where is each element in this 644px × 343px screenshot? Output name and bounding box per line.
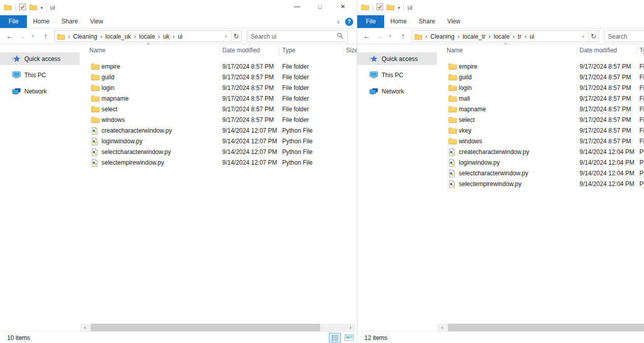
refresh-icon[interactable]: ↻ [588,31,598,42]
back-button[interactable]: ← [4,28,15,44]
search-icon[interactable] [337,33,344,41]
recent-locations-dropdown-icon[interactable]: ∨ [29,28,37,44]
ribbon-tab[interactable]: Home [384,15,413,28]
horizontal-scrollbar[interactable]: ‹ › [80,324,355,331]
breadcrumb-segment[interactable]: ›locale_tr [454,33,485,40]
sidebar-item[interactable]: This PC [0,69,80,81]
file-row[interactable]: login 9/17/2024 8:57 PM File folder [80,83,355,93]
column-divider[interactable] [577,46,577,55]
file-row[interactable]: selectcharacterwindow.py 9/14/2024 12:04… [437,168,644,179]
file-row[interactable]: mapname 9/17/2024 8:57 PM File folder [437,104,644,115]
file-row[interactable]: windows 9/17/2024 8:57 PM File folder [80,115,355,126]
ribbon-tab[interactable]: File [0,15,27,28]
up-button[interactable]: ↑ [398,28,408,44]
properties-check-icon[interactable] [19,4,26,12]
file-row[interactable]: select 9/17/2024 8:57 PM File folder [437,115,644,126]
breadcrumb-segment[interactable]: ›Cleaning [422,33,454,40]
horizontal-scrollbar[interactable]: ‹ › [437,324,644,331]
sidebar-item[interactable]: This PC [357,69,437,81]
breadcrumb-segment[interactable]: ›locale_uk [97,33,131,40]
file-row[interactable]: select 9/17/2024 8:57 PM File folder [80,104,355,115]
recent-locations-dropdown-icon[interactable]: ∨ [387,28,394,44]
file-row[interactable]: guild 9/17/2024 8:57 PM File folder [80,72,355,83]
qat-customize-dropdown-icon[interactable]: ▾ [41,6,43,10]
column-header[interactable]: Type [639,47,644,54]
breadcrumb-segment[interactable]: ›locale [486,33,510,40]
address-bar[interactable]: ›Cleaning›locale_tr›locale›tr›ui ∨ ↻ [412,30,599,42]
ribbon-tab[interactable]: Share [55,15,84,28]
large-icons-view-icon[interactable] [343,333,355,342]
column-divider[interactable] [279,46,280,55]
sidebar-item[interactable]: Quick access [357,52,437,65]
ribbon-tab[interactable]: View [441,15,466,28]
file-row[interactable]: windows 9/17/2024 8:57 PM File folder [437,136,644,147]
scrollbar-thumb[interactable] [91,324,320,331]
file-row[interactable]: createcharacterwindow.py 9/14/2024 12:04… [437,147,644,158]
file-row[interactable]: empire 9/17/2024 8:57 PM File folder [80,61,355,72]
minimize-button[interactable]: — [286,0,309,14]
breadcrumb-segment[interactable]: ›ui [521,33,534,40]
search-input[interactable] [251,33,337,40]
search-input[interactable] [608,33,644,40]
ribbon-tab[interactable]: View [84,15,109,28]
file-date-modified: 9/14/2024 12:04 PM [580,148,634,155]
file-row[interactable]: login 9/17/2024 8:57 PM File folder [437,83,644,93]
column-divider[interactable] [219,46,220,55]
address-dropdown-icon[interactable]: ∨ [221,31,231,42]
breadcrumb-segment[interactable]: ›uk [155,33,170,40]
back-button[interactable]: ← [361,28,372,44]
refresh-icon[interactable]: ↻ [231,31,241,42]
file-row[interactable]: empire 9/17/2024 8:57 PM File folder [437,61,644,72]
ribbon-tab[interactable]: File [357,15,384,28]
breadcrumb-segment[interactable]: ›locale [131,33,155,40]
column-header[interactable]: Name [89,47,106,54]
ribbon-tab[interactable]: Share [413,15,441,28]
sidebar-item[interactable]: Network [357,85,437,98]
sidebar-item[interactable]: Quick access [0,52,80,65]
file-row[interactable]: mapname 9/17/2024 8:57 PM File folder [80,93,355,104]
address-bar[interactable]: ›Cleaning›locale_uk›locale›uk›ui ∨ ↻ [54,30,242,42]
file-row[interactable]: vkey 9/17/2024 8:57 PM File folder [437,126,644,136]
forward-button[interactable]: → [375,28,385,44]
column-header[interactable]: Type [282,47,295,54]
file-row[interactable]: selectcharacterwindow.py 9/14/2024 12:07… [80,147,355,158]
breadcrumb-segment[interactable]: ›tr [510,33,521,40]
qat-customize-dropdown-icon[interactable]: ▾ [398,6,400,10]
address-dropdown-icon[interactable]: ∨ [579,31,588,42]
file-row[interactable]: mall 9/17/2024 8:57 PM File folder [437,93,644,104]
file-row[interactable]: loginwindow.py 9/14/2024 12:07 PM Python… [80,136,355,147]
scroll-left-icon[interactable]: ‹ [438,324,446,331]
maximize-button[interactable]: □ [309,0,331,14]
column-header[interactable]: Size [346,47,358,54]
new-folder-icon[interactable] [29,4,37,12]
file-date-modified: 9/17/2024 8:57 PM [580,63,631,70]
scrollbar-thumb[interactable] [448,324,644,331]
file-row[interactable]: selectempirewindow.py 9/14/2024 12:07 PM… [80,158,355,168]
ribbon-tab[interactable]: Home [27,15,55,28]
up-button[interactable]: ↑ [41,28,51,44]
properties-check-icon[interactable] [377,4,383,12]
column-divider[interactable] [636,46,637,55]
help-icon[interactable]: ? [345,18,353,26]
forward-button[interactable]: → [17,28,27,44]
sidebar-item[interactable]: Network [0,85,80,98]
file-row[interactable]: guild 9/17/2024 8:57 PM File folder [437,72,644,83]
new-folder-icon[interactable] [387,4,394,12]
file-row[interactable]: loginwindow.py 9/14/2024 12:04 PM Python… [437,158,644,168]
ribbon-collapse-chevron-icon[interactable]: ∨ [336,19,340,24]
scroll-right-icon[interactable]: › [347,324,354,331]
details-view-icon[interactable] [329,333,341,342]
column-divider[interactable] [343,46,344,55]
file-row[interactable]: selectempirewindow.py 9/14/2024 12:04 PM… [437,179,644,190]
folder-icon [91,116,99,123]
scroll-left-icon[interactable]: ‹ [81,324,89,331]
search-box [604,30,644,42]
column-header[interactable]: Date modified [580,47,617,54]
file-name: select [459,116,474,123]
breadcrumb-segment[interactable]: ›ui [170,33,182,40]
file-row[interactable]: createcharacterwindow.py 9/14/2024 12:07… [80,126,355,136]
column-header[interactable]: Date modified [222,47,260,54]
breadcrumb-segment[interactable]: ›Cleaning [65,33,97,40]
close-button[interactable]: ✕ [331,0,354,14]
column-header[interactable]: Name [447,47,463,54]
